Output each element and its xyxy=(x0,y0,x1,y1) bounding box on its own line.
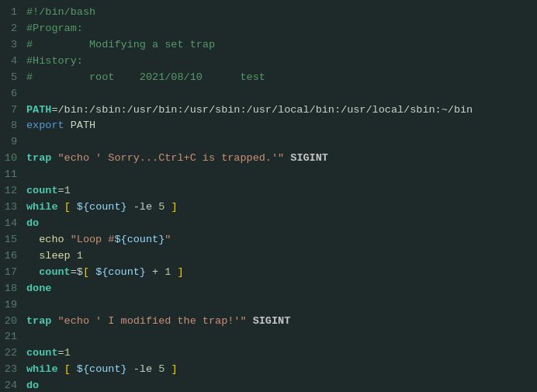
line-num-10: 10 xyxy=(0,151,17,167)
line-num-8: 8 xyxy=(0,118,17,134)
code-line-9: 9 xyxy=(0,134,537,151)
code-line-3: 3 # Modifying a set trap xyxy=(0,37,537,54)
code-line-11: 11 xyxy=(0,167,537,183)
code-line-1: 1 #!/bin/bash xyxy=(0,5,537,21)
line-num-9: 9 xyxy=(0,134,17,151)
line-num-6: 6 xyxy=(0,86,17,102)
line-num-13: 13 xyxy=(0,199,17,216)
code-line-13: 13 while [ ${count} -le 5 ] xyxy=(0,199,537,216)
code-line-14: 14 do xyxy=(0,216,537,232)
line-content-18: done xyxy=(26,281,51,297)
line-content-14: do xyxy=(26,216,39,232)
line-num-22: 22 xyxy=(0,345,17,362)
code-line-6: 6 xyxy=(0,86,537,102)
line-num-7: 7 xyxy=(0,102,17,119)
line-num-12: 12 xyxy=(0,183,17,199)
line-num-16: 16 xyxy=(0,248,17,265)
code-line-4: 4 #History: xyxy=(0,54,537,70)
line-num-1: 1 xyxy=(0,5,17,21)
line-content-5: # root 2021/08/10 test xyxy=(26,70,265,86)
line-content-1: #!/bin/bash xyxy=(26,5,95,21)
line-num-20: 20 xyxy=(0,314,17,330)
code-line-18: 18 done xyxy=(0,281,537,297)
line-content-17: count=$[ ${count} + 1 ] xyxy=(26,265,184,281)
line-num-23: 23 xyxy=(0,362,17,378)
code-line-20: 20 trap "echo ' I modified the trap!'" S… xyxy=(0,314,537,330)
line-content-12: count=1 xyxy=(26,183,71,199)
line-content-7: PATH=/bin:/sbin:/usr/bin:/usr/sbin:/usr/… xyxy=(26,102,473,119)
code-line-19: 19 xyxy=(0,297,537,314)
line-content-13: while [ ${count} -le 5 ] xyxy=(26,199,178,216)
line-num-17: 17 xyxy=(0,265,17,281)
line-content-16: sleep 1 xyxy=(26,248,83,265)
code-line-2: 2 #Program: xyxy=(0,21,537,37)
line-content-8: export PATH xyxy=(26,118,95,134)
line-num-14: 14 xyxy=(0,216,17,232)
line-content-24: do xyxy=(26,378,39,392)
code-line-16: 16 sleep 1 xyxy=(0,248,537,265)
code-editor: 1 #!/bin/bash 2 #Program: 3 # Modifying … xyxy=(0,0,537,392)
line-num-24: 24 xyxy=(0,378,17,392)
line-content-3: # Modifying a set trap xyxy=(26,37,215,54)
code-line-5: 5 # root 2021/08/10 test xyxy=(0,70,537,86)
line-num-11: 11 xyxy=(0,167,17,183)
code-line-7: 7 PATH=/bin:/sbin:/usr/bin:/usr/sbin:/us… xyxy=(0,102,537,119)
line-num-4: 4 xyxy=(0,54,17,70)
line-content-22: count=1 xyxy=(26,345,71,362)
code-line-21: 21 xyxy=(0,329,537,345)
code-line-17: 17 count=$[ ${count} + 1 ] xyxy=(0,265,537,281)
line-num-21: 21 xyxy=(0,329,17,345)
code-line-12: 12 count=1 xyxy=(0,183,537,199)
code-line-10: 10 trap "echo ' Sorry...Ctrl+C is trappe… xyxy=(0,151,537,167)
line-num-3: 3 xyxy=(0,37,17,54)
line-num-2: 2 xyxy=(0,21,17,37)
line-content-15: echo "Loop #${count}" xyxy=(26,232,171,248)
code-line-15: 15 echo "Loop #${count}" xyxy=(0,232,537,248)
line-content-10: trap "echo ' Sorry...Ctrl+C is trapped.'… xyxy=(26,151,328,167)
code-line-24: 24 do xyxy=(0,378,537,392)
line-num-18: 18 xyxy=(0,281,17,297)
line-content-4: #History: xyxy=(26,54,83,70)
code-line-23: 23 while [ ${count} -le 5 ] xyxy=(0,362,537,378)
line-content-23: while [ ${count} -le 5 ] xyxy=(26,362,178,378)
line-num-19: 19 xyxy=(0,297,17,314)
line-num-5: 5 xyxy=(0,70,17,86)
line-content-20: trap "echo ' I modified the trap!'" SIGI… xyxy=(26,314,290,330)
line-content-2: #Program: xyxy=(26,21,83,37)
code-line-22: 22 count=1 xyxy=(0,345,537,362)
code-line-8: 8 export PATH xyxy=(0,118,537,134)
line-num-15: 15 xyxy=(0,232,17,248)
